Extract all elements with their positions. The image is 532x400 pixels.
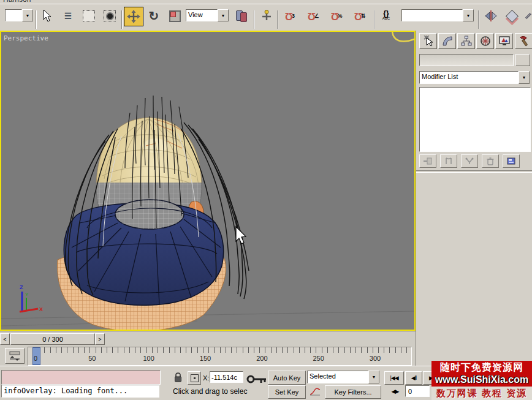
chevron-down-icon[interactable]: ▼ (218, 9, 229, 21)
select-and-rotate-button[interactable]: ↻ (145, 7, 163, 25)
separator (36, 10, 36, 29)
abc-label: ABC (382, 16, 390, 21)
axis-z-label: Z (20, 284, 23, 290)
object-color-button[interactable] (515, 54, 530, 66)
create-icon (423, 36, 434, 47)
key-filters-button[interactable]: Key Filters... (325, 385, 381, 399)
dotted-circle-icon (104, 10, 116, 21)
selection-filter-combo[interactable]: ▼ (5, 9, 33, 21)
use-pivot-center-button[interactable] (232, 7, 250, 25)
magnet-icon: Ω (331, 10, 339, 21)
rotate-icon: ↻ (149, 9, 159, 23)
object-name-field[interactable] (419, 54, 514, 66)
configure-sets-icon (507, 157, 515, 165)
absolute-mode-toggle[interactable] (188, 371, 201, 385)
frame-label: 150 (200, 355, 211, 362)
clipped-icon (525, 10, 532, 21)
reference-coordinate-value: View (186, 9, 218, 21)
tab-motion[interactable] (476, 33, 494, 49)
key-mode-combo[interactable]: Selected ▼ (307, 371, 379, 383)
chevron-down-icon[interactable]: ▼ (519, 71, 530, 84)
modifier-list-combo[interactable]: Modifier List ▼ (419, 71, 530, 84)
go-to-start-icon: |◀◀ (390, 375, 398, 381)
select-arrow-icon (42, 10, 52, 22)
time-slider-next-button[interactable]: > (95, 333, 105, 345)
previous-frame-icon: ◀‖ (411, 375, 417, 381)
axis-x-label: X (39, 306, 43, 312)
app-window: { "window": { "partial_title": "Harrison… (0, 0, 532, 400)
separator (374, 10, 374, 29)
display-icon (499, 36, 510, 47)
auto-key-button[interactable]: Auto Key (268, 371, 306, 385)
separator (121, 10, 122, 29)
select-and-manipulate-button[interactable] (257, 7, 276, 25)
trackbar-ticks (33, 347, 409, 353)
spinner-snap-button[interactable]: Ω⇅ (351, 7, 369, 25)
percent-snap-button[interactable]: Ω% (327, 7, 346, 25)
set-keys-button[interactable] (246, 372, 267, 386)
select-and-scale-button[interactable] (165, 7, 184, 25)
maxscript-mini-listener[interactable] (1, 370, 161, 385)
make-unique-button[interactable] (461, 154, 478, 168)
set-key-button[interactable]: Set Key (268, 385, 306, 399)
show-end-result-icon (445, 157, 452, 165)
edit-named-selections-button[interactable]: {} ABC (377, 7, 395, 25)
separator (254, 10, 254, 29)
tab-create[interactable] (419, 33, 437, 49)
previous-frame-button[interactable]: ◀‖ (405, 371, 422, 385)
watermark-line2: www.SuiShiXia.com (431, 374, 532, 387)
current-frame-field[interactable]: 0 (405, 385, 430, 397)
snap-toggle-button[interactable]: Ω3 (281, 7, 299, 25)
watermark-line3: 数万网课 教程 资源 (431, 387, 532, 400)
window-crossing-toggle-button[interactable] (101, 7, 119, 25)
chevron-down-icon[interactable]: ▼ (463, 9, 474, 21)
tab-display[interactable] (495, 33, 513, 49)
right-arrow-glyph: > (98, 336, 101, 342)
select-by-name-button[interactable]: ☰ (59, 7, 77, 25)
default-tangent-button[interactable] (307, 385, 323, 398)
tab-modify[interactable] (438, 33, 456, 49)
show-end-result-button[interactable] (440, 154, 457, 168)
align-button[interactable] (503, 7, 521, 25)
dotted-rect-icon (83, 10, 95, 21)
pin-stack-button[interactable] (419, 154, 436, 168)
tab-utilities[interactable] (515, 33, 532, 49)
key-mode-toggle-button[interactable]: ◀▶ (387, 385, 403, 398)
select-object-button[interactable] (38, 7, 56, 25)
open-mini-curve-editor-button[interactable] (5, 348, 25, 364)
chevron-down-icon[interactable]: ▼ (22, 9, 33, 21)
reference-coordinate-combo[interactable]: View ▼ (186, 9, 229, 21)
rectangular-selection-region-button[interactable] (80, 7, 98, 25)
named-selection-sets-combo[interactable]: ▼ (401, 9, 474, 21)
clipped-toolbar-button[interactable] (525, 7, 532, 25)
scale-icon (169, 10, 181, 22)
time-slider-prev-button[interactable]: < (0, 333, 10, 345)
select-and-move-button[interactable] (124, 7, 143, 26)
command-panel: Modifier List ▼ (416, 31, 532, 400)
watermark-line1: 随时下免费资源网 (431, 361, 532, 374)
angle-snap-button[interactable]: Ω∠ (304, 7, 322, 25)
perspective-viewport[interactable]: Perspective (0, 31, 416, 331)
time-slider-handle[interactable]: 0 / 300 (10, 333, 95, 345)
trackbar-ruler[interactable]: 050100150200250300 (28, 347, 412, 366)
tab-hierarchy[interactable] (457, 33, 475, 49)
mouse-cursor (236, 227, 246, 244)
x-coordinate-label: X: (203, 374, 209, 382)
magnet-icon: Ω (354, 10, 362, 21)
align-icon (505, 9, 518, 22)
watermark: 随时下免费资源网 www.SuiShiXia.com 数万网课 教程 资源 (431, 361, 532, 400)
configure-modifier-sets-button[interactable] (503, 154, 520, 168)
mirror-button[interactable] (482, 7, 500, 25)
remove-modifier-button[interactable] (482, 154, 499, 168)
prompt-text: infoOverlay: Loading font... (4, 387, 127, 395)
go-to-start-button[interactable]: |◀◀ (384, 371, 404, 385)
frame-label: 200 (256, 355, 267, 362)
set-key-label: Set Key (275, 388, 299, 396)
x-coordinate-field[interactable]: -11.514c (210, 371, 243, 383)
modifier-stack-list[interactable] (419, 87, 531, 152)
frame-label: 100 (143, 355, 154, 362)
selection-lock-toggle[interactable] (172, 371, 183, 383)
chevron-down-icon[interactable]: ▼ (368, 371, 379, 383)
collar-model[interactable] (64, 200, 223, 305)
named-selection-value (401, 9, 463, 21)
